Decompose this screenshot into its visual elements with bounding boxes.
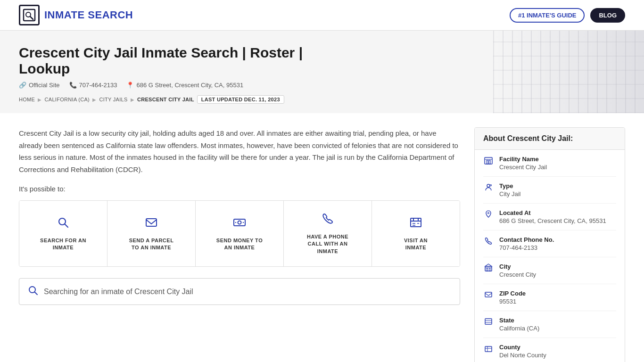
- sidebar-card-header: About Crescent City Jail:: [475, 128, 625, 150]
- logo-text: INMATE SEARCH: [44, 9, 133, 21]
- svg-rect-21: [489, 160, 490, 164]
- svg-rect-32: [485, 319, 492, 324]
- address-item: 📍 686 G Street, Crescent City, CA, 95531: [126, 82, 243, 89]
- type-icon: [483, 183, 494, 194]
- action-card-parcel[interactable]: SEND A PARCELTO AN INMATE: [107, 201, 196, 266]
- guide-button[interactable]: #1 INMATE'S GUIDE: [510, 8, 585, 23]
- county-row-icon: [483, 344, 494, 355]
- parcel-card-icon: [145, 216, 158, 232]
- location-row-icon: [483, 210, 494, 221]
- sidebar-row-state: State California (CA): [483, 311, 616, 338]
- blog-button[interactable]: BLOG: [590, 8, 625, 23]
- county-content: County Del Norte County: [499, 344, 546, 359]
- location-content: Located At 686 G Street, Crescent City, …: [499, 209, 606, 224]
- search-card-icon: [57, 216, 70, 232]
- money-card-icon: [233, 216, 246, 232]
- type-content: Type City Jail: [499, 182, 521, 197]
- sidebar-row-city: City Crescent City: [483, 257, 616, 284]
- svg-point-25: [488, 213, 489, 214]
- last-updated-badge: LAST UPDATED DEC. 11, 2023: [197, 95, 284, 104]
- breadcrumb-sep-1: ▶: [38, 97, 41, 102]
- location-icon: 📍: [126, 82, 134, 89]
- sidebar-row-phone: Contact Phone No. 707-464-2133: [483, 230, 616, 257]
- zip-row-icon: [483, 290, 494, 301]
- sidebar: About Crescent City Jail: Facility Name …: [474, 127, 625, 362]
- location-label: Located At: [499, 209, 606, 216]
- svg-point-24: [490, 185, 492, 186]
- breadcrumb-home[interactable]: HOME: [19, 97, 35, 102]
- search-bar[interactable]: Searching for an inmate of Crescent City…: [19, 278, 460, 305]
- breadcrumb-sep-2: ▶: [92, 97, 96, 102]
- state-value: California (CA): [499, 325, 539, 332]
- svg-line-4: [65, 224, 68, 227]
- hero-bg-pattern: [493, 31, 644, 113]
- phone-icon: 📞: [69, 82, 77, 89]
- sidebar-row-county: County Del Norte County: [483, 338, 616, 362]
- sidebar-card: About Crescent City Jail: Facility Name …: [474, 127, 625, 362]
- facility-content: Facility Name Crescent City Jail: [499, 156, 547, 171]
- hero-section: Crescent City Jail Inmate Search | Roste…: [0, 31, 644, 113]
- breadcrumb-city-jails[interactable]: CITY JAILS: [99, 97, 127, 102]
- city-row-icon: [483, 263, 494, 274]
- facility-icon: [483, 156, 494, 167]
- phone-card-label: HAVE A PHONECALL WITH ANINMATE: [307, 233, 348, 255]
- official-site-link[interactable]: 🔗 Official Site: [19, 82, 60, 89]
- facility-label: Facility Name: [499, 156, 547, 163]
- sidebar-row-zip: ZIP Code 95531: [483, 284, 616, 311]
- possible-text: It's possible to:: [19, 185, 460, 193]
- zip-label: ZIP Code: [499, 290, 526, 297]
- svg-rect-35: [485, 346, 492, 352]
- link-icon: 🔗: [19, 82, 26, 89]
- phone-link[interactable]: 📞 707-464-2133: [69, 82, 117, 89]
- action-card-visit[interactable]: VISIT ANINMATE: [372, 201, 460, 266]
- svg-point-23: [487, 184, 490, 187]
- search-bar-text: Searching for an inmate of Crescent City…: [44, 288, 193, 296]
- description-text: Crescent City Jail is a low security cit…: [19, 127, 460, 175]
- svg-rect-26: [485, 266, 492, 271]
- svg-rect-19: [485, 157, 492, 164]
- breadcrumb-california[interactable]: CALIFORNIA (CA): [45, 97, 90, 102]
- header-nav: #1 INMATE'S GUIDE BLOG: [510, 8, 625, 23]
- svg-rect-27: [487, 268, 488, 271]
- phone-label: Contact Phone No.: [499, 236, 554, 243]
- main-content: Crescent City Jail is a low security cit…: [19, 127, 460, 362]
- type-label: Type: [499, 182, 521, 189]
- svg-line-18: [35, 292, 38, 295]
- zip-content: ZIP Code 95531: [499, 290, 526, 305]
- sidebar-row-location: Located At 686 G Street, Crescent City, …: [483, 204, 616, 230]
- zip-value: 95531: [499, 298, 526, 305]
- phone-value: 707-464-2133: [499, 244, 554, 251]
- action-cards: SEARCH FOR ANINMATE SEND A PARCELTO AN I…: [19, 200, 460, 267]
- action-card-money[interactable]: SEND MONEY TOAN INMATE: [196, 201, 284, 266]
- breadcrumb-current: CRESCENT CITY JAIL: [137, 97, 194, 102]
- phone-card-icon: [321, 212, 334, 229]
- action-card-search[interactable]: SEARCH FOR ANINMATE: [19, 201, 107, 266]
- sidebar-row-facility: Facility Name Crescent City Jail: [483, 150, 616, 177]
- svg-point-7: [238, 221, 241, 224]
- action-card-phone[interactable]: HAVE A PHONECALL WITH ANINMATE: [284, 201, 372, 266]
- county-value: Del Norte County: [499, 352, 546, 359]
- facility-value: Crescent City Jail: [499, 164, 547, 171]
- city-content: City Crescent City: [499, 263, 536, 278]
- sidebar-card-body: Facility Name Crescent City Jail Type Ci…: [475, 150, 625, 362]
- parcel-card-label: SEND A PARCELTO AN INMATE: [129, 237, 174, 252]
- state-label: State: [499, 317, 539, 324]
- svg-rect-20: [487, 160, 488, 164]
- logo-icon: [19, 5, 40, 25]
- state-row-icon: [483, 317, 494, 328]
- svg-rect-28: [489, 268, 491, 271]
- svg-rect-31: [485, 292, 492, 297]
- breadcrumb-sep-3: ▶: [131, 97, 134, 102]
- svg-rect-5: [146, 219, 157, 226]
- location-value: 686 G Street, Crescent City, CA, 95531: [499, 217, 606, 224]
- logo-link[interactable]: INMATE SEARCH: [19, 5, 133, 25]
- hero-background: [493, 31, 644, 113]
- page-title: Crescent City Jail Inmate Search | Roste…: [19, 45, 349, 77]
- money-card-label: SEND MONEY TOAN INMATE: [216, 237, 263, 252]
- county-label: County: [499, 344, 546, 351]
- main-layout: Crescent City Jail is a low security cit…: [0, 113, 644, 362]
- sidebar-row-type: Type City Jail: [483, 177, 616, 204]
- phone-content: Contact Phone No. 707-464-2133: [499, 236, 554, 251]
- type-value: City Jail: [499, 190, 521, 197]
- svg-rect-10: [411, 218, 421, 227]
